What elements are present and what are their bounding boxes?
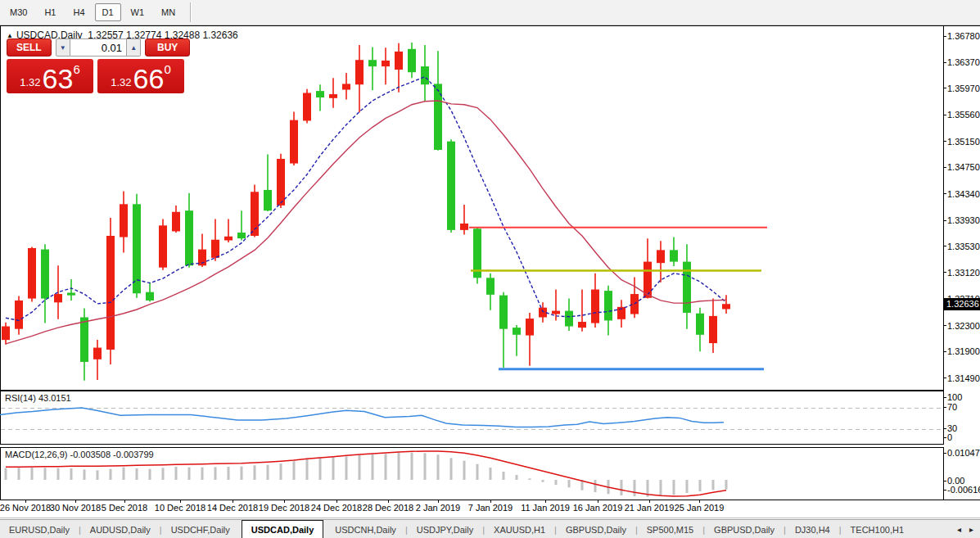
tab-gbpusd-daily[interactable]: GBPUSD,Daily (557, 520, 635, 538)
tab-sp500-m15[interactable]: SP500,M15 (638, 520, 702, 538)
toolbar-separator (190, 2, 192, 22)
tabs-scroll-right-icon[interactable]: ▸ (969, 525, 973, 534)
mt4-window: M30H1H4D1W1MN ▲USDCAD,Daily 1.32557 1.32… (0, 0, 980, 538)
date-axis-label: 14 Dec 2018 (207, 503, 258, 513)
indicator-axis-label: -0.006164 (947, 485, 980, 495)
timeframe-button-w1[interactable]: W1 (124, 3, 152, 21)
indicator-axis-label: 0 (947, 432, 952, 442)
lot-decrease-button[interactable]: ▼ (56, 38, 70, 57)
indicator-axis-label: 70 (947, 402, 957, 412)
date-axis-label: 26 Nov 2018 (0, 503, 51, 513)
price-axis-label: 1.36780 (947, 31, 980, 41)
tab-dj30-h4[interactable]: DJ30,H4 (786, 520, 839, 538)
price-axis-label: 1.34340 (947, 189, 980, 199)
rsi-indicator-label: RSI(14) 43.0151 (5, 393, 71, 403)
price-axis-label: 1.35970 (947, 84, 980, 93)
buy-price-pip: 0 (164, 62, 170, 76)
indicator-axis-label: 100 (947, 392, 962, 402)
buy-price-big: 66 (133, 66, 165, 91)
sell-price-prefix: 1.32 (20, 76, 40, 88)
price-axis-label: 1.31490 (947, 373, 980, 383)
date-axis-label: 10 Dec 2018 (155, 503, 205, 513)
price-axis-label: 1.33930 (947, 215, 980, 225)
sell-price-display[interactable]: 1.32 63 6 (7, 59, 93, 93)
date-axis-label: 19 Dec 2018 (259, 503, 309, 513)
current-price-badge: 1.32636 (943, 298, 980, 310)
price-axis-label: 1.36370 (947, 57, 980, 67)
sell-button[interactable]: SELL (7, 38, 52, 57)
buy-price-prefix: 1.32 (111, 76, 131, 88)
tab-usdjpy-daily[interactable]: USDJPY,Daily (408, 520, 483, 538)
indicator-axis-label: 0.010471 (947, 448, 980, 458)
date-axis-label: 2 Jan 2019 (416, 503, 460, 513)
tab-gbpusd-daily[interactable]: GBPUSD,Daily (705, 520, 784, 538)
price-axis-label: 1.35560 (947, 110, 980, 120)
date-axis-label: 25 Jan 2019 (675, 503, 725, 513)
chart-tab-bar: EURUSD,Daily|AUDUSD,Daily|USDCHF,Daily U… (0, 519, 980, 538)
date-axis-label: 30 Nov 2018 (50, 503, 101, 513)
price-axis-label: 1.32300 (947, 321, 980, 331)
tab-usdcnh-daily[interactable]: USDCNH,Daily (326, 520, 405, 538)
price-axis-label: 1.33530 (947, 242, 980, 251)
sell-price-big: 63 (43, 66, 74, 91)
timeframe-button-m30[interactable]: M30 (2, 3, 34, 21)
tab-scroll-arrows: ◂▸ (957, 520, 980, 538)
timeframe-button-d1[interactable]: D1 (95, 3, 121, 21)
date-axis-label: 28 Dec 2018 (363, 503, 413, 513)
buy-button[interactable]: BUY (145, 38, 190, 57)
timeframe-button-mn[interactable]: MN (154, 3, 183, 21)
date-axis-label: 24 Dec 2018 (311, 503, 362, 513)
tab-usdcad-daily[interactable]: USDCAD,Daily (242, 520, 323, 538)
date-axis-label: 16 Jan 2019 (573, 503, 623, 513)
lot-increase-button[interactable]: ▲ (127, 38, 141, 57)
macd-indicator-label: MACD(12,26,9) -0.003508 -0.003799 (5, 450, 154, 459)
tab-tech100-h1[interactable]: TECH100,H1 (842, 520, 913, 538)
chevron-up-icon: ▲ (130, 44, 137, 52)
price-axis-label: 1.31900 (947, 346, 980, 356)
price-axis-label: 1.34750 (947, 162, 980, 172)
lot-size-input[interactable]: 0.01 (70, 38, 127, 57)
sell-price-pip: 6 (73, 62, 79, 76)
one-click-trading-widget: SELL ▼ 0.01 ▲ BUY 1.32 63 6 1.32 66 0 (7, 38, 190, 93)
price-axis-label: 1.33120 (947, 268, 980, 278)
tab-audusd-daily[interactable]: AUDUSD,Daily (81, 520, 160, 538)
timeframe-toolbar: M30H1H4D1W1MN (0, 0, 980, 25)
tab-eurusd-daily[interactable]: EURUSD,Daily (0, 520, 79, 538)
chevron-down-icon: ▼ (60, 44, 66, 52)
date-axis-label: 5 Dec 2018 (102, 503, 147, 513)
tab-usdchf-daily[interactable]: USDCHF,Daily (162, 520, 239, 538)
date-axis-label: 21 Jan 2019 (625, 503, 675, 513)
price-axis-label: 1.35150 (947, 137, 980, 147)
timeframe-button-h4[interactable]: H4 (65, 3, 92, 21)
date-axis-label: 7 Jan 2019 (468, 503, 513, 513)
tabs-scroll-left-icon[interactable]: ◂ (957, 525, 961, 534)
timeframe-button-h1[interactable]: H1 (37, 3, 63, 21)
buy-price-display[interactable]: 1.32 66 0 (97, 59, 184, 93)
date-axis-label: 11 Jan 2019 (521, 503, 570, 513)
tab-xauusd-h1[interactable]: XAUUSD,H1 (485, 520, 554, 538)
